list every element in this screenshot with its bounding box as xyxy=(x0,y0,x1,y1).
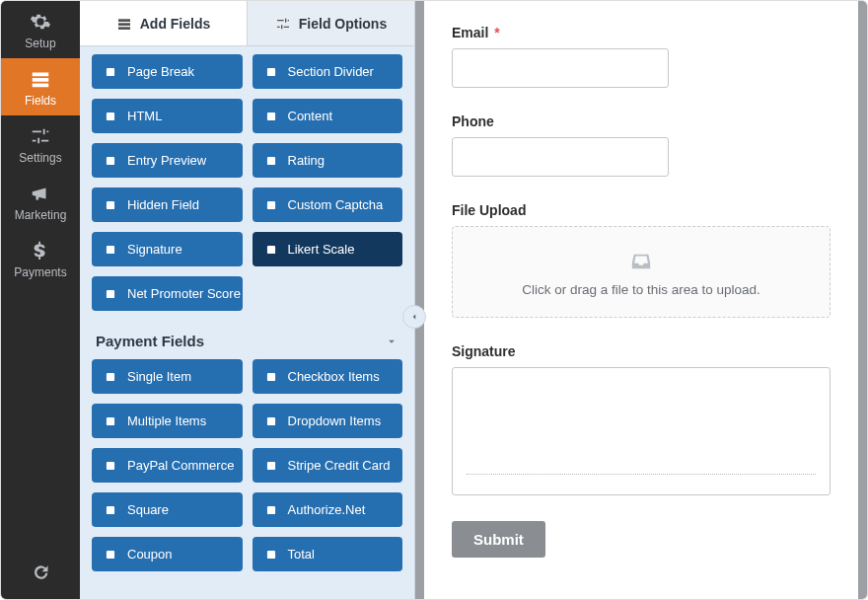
phone-input[interactable] xyxy=(452,137,669,177)
nav-setup[interactable]: Setup xyxy=(1,1,80,58)
dots-icon xyxy=(264,243,278,257)
tag-icon xyxy=(104,548,117,562)
field-button-page-break[interactable]: Page Break xyxy=(92,54,243,89)
chevron-left-icon xyxy=(409,312,419,322)
field-button-likert-scale[interactable]: Likert Scale xyxy=(253,232,403,266)
field-button-total[interactable]: Total xyxy=(253,537,403,571)
sum-icon xyxy=(264,548,278,562)
nav-label: Settings xyxy=(19,151,61,165)
field-button-paypal-commerce[interactable]: PayPal Commerce xyxy=(92,448,243,483)
eye-off-icon xyxy=(104,198,117,212)
card-icon xyxy=(104,459,117,473)
field-button-authorize-net[interactable]: Authorize.Net xyxy=(253,492,403,527)
field-button-label: Multiple Items xyxy=(127,413,206,428)
email-input[interactable] xyxy=(452,48,669,88)
field-button-label: Likert Scale xyxy=(288,242,355,257)
field-button-entry-preview[interactable]: Entry Preview xyxy=(92,143,243,178)
file-upload-dropzone[interactable]: Click or drag a file to this area to upl… xyxy=(452,226,831,318)
submit-button[interactable]: Submit xyxy=(452,521,545,558)
field-button-label: Checkbox Items xyxy=(288,369,380,384)
field-label: File Upload xyxy=(452,202,831,218)
field-button-custom-captcha[interactable]: Custom Captcha xyxy=(253,188,403,222)
dollar-icon xyxy=(30,240,51,262)
required-marker: * xyxy=(494,25,499,40)
field-button-coupon[interactable]: Coupon xyxy=(92,537,243,571)
tab-label: Field Options xyxy=(299,16,387,32)
pencil-icon xyxy=(104,243,117,257)
field-button-label: Hidden Field xyxy=(127,197,199,212)
page-break-icon xyxy=(104,65,117,79)
field-button-label: Entry Preview xyxy=(127,153,206,168)
nav-settings[interactable]: Settings xyxy=(1,115,80,173)
nav-label: Marketing xyxy=(15,208,67,222)
tab-field-options[interactable]: Field Options xyxy=(248,1,414,45)
arrow-right-icon xyxy=(264,65,278,79)
dropdown-icon xyxy=(264,414,278,428)
doc-icon xyxy=(104,370,117,384)
nav-marketing[interactable]: Marketing xyxy=(1,173,80,230)
field-button-label: Signature xyxy=(127,242,182,257)
field-palette: Add Fields Field Options Page BreakSecti… xyxy=(80,1,415,599)
field-signature: Signature xyxy=(452,343,831,495)
collapse-palette-button[interactable] xyxy=(402,305,426,329)
signature-pad[interactable] xyxy=(452,367,831,495)
card-icon xyxy=(104,503,117,517)
field-label: Email * xyxy=(452,25,831,40)
history-icon xyxy=(32,563,49,581)
field-button-single-item[interactable]: Single Item xyxy=(92,359,243,394)
field-label: Signature xyxy=(452,343,831,359)
field-button-label: Page Break xyxy=(127,64,194,79)
field-button-content[interactable]: Content xyxy=(253,99,403,133)
inbox-icon xyxy=(628,251,654,272)
field-button-label: Section Divider xyxy=(288,64,374,79)
left-nav: SetupFieldsSettingsMarketingPayments xyxy=(1,1,80,599)
card-icon xyxy=(264,503,278,517)
field-button-square[interactable]: Square xyxy=(92,492,243,527)
bullhorn-icon xyxy=(30,183,51,204)
section-title: Payment Fields xyxy=(96,333,204,349)
field-button-html[interactable]: HTML xyxy=(92,99,243,133)
field-button-multiple-items[interactable]: Multiple Items xyxy=(92,404,243,438)
sliders-icon xyxy=(275,16,291,32)
field-button-label: Dropdown Items xyxy=(288,413,382,428)
nav-label: Payments xyxy=(14,265,66,279)
field-button-checkbox-items[interactable]: Checkbox Items xyxy=(253,359,403,394)
nav-fields[interactable]: Fields xyxy=(1,58,80,115)
field-button-net-promoter-score[interactable]: Net Promoter Score xyxy=(92,276,243,311)
upload-hint: Click or drag a file to this area to upl… xyxy=(522,282,760,297)
list-icon xyxy=(104,414,117,428)
content-icon xyxy=(264,110,278,123)
field-phone: Phone xyxy=(452,113,831,177)
tab-add-fields[interactable]: Add Fields xyxy=(80,1,248,45)
field-button-signature[interactable]: Signature xyxy=(92,232,243,266)
field-file-upload: File Upload Click or drag a file to this… xyxy=(452,202,831,318)
palette-tabs: Add Fields Field Options xyxy=(80,1,414,46)
field-button-label: Square xyxy=(127,502,169,517)
field-button-label: Authorize.Net xyxy=(288,502,366,517)
gauge-icon xyxy=(104,287,117,301)
field-button-hidden-field[interactable]: Hidden Field xyxy=(92,188,243,222)
star-icon xyxy=(264,154,278,168)
field-button-dropdown-items[interactable]: Dropdown Items xyxy=(253,404,403,438)
card-icon xyxy=(264,459,278,473)
field-button-rating[interactable]: Rating xyxy=(253,143,403,178)
field-email: Email * xyxy=(452,25,831,88)
field-button-section-divider[interactable]: Section Divider xyxy=(253,54,403,89)
tab-label: Add Fields xyxy=(140,16,211,32)
field-button-stripe-credit-card[interactable]: Stripe Credit Card xyxy=(253,448,403,483)
fields-icon xyxy=(30,68,51,90)
field-button-label: Rating xyxy=(288,153,326,168)
doc-icon xyxy=(104,154,117,168)
nav-label: Fields xyxy=(25,94,56,108)
question-icon xyxy=(264,198,278,212)
payment-fields-section-header[interactable]: Payment Fields xyxy=(92,311,402,359)
field-button-label: Custom Captcha xyxy=(288,197,384,212)
nav-payments[interactable]: Payments xyxy=(1,230,80,287)
field-button-label: Single Item xyxy=(127,369,191,384)
field-label: Phone xyxy=(452,113,831,129)
chevron-down-icon xyxy=(385,335,398,348)
history-button[interactable] xyxy=(1,546,80,599)
form-preview-outer: Email * Phone File Upload Click or drag … xyxy=(415,1,867,599)
grid-icon xyxy=(116,16,132,32)
gear-icon xyxy=(30,11,51,33)
